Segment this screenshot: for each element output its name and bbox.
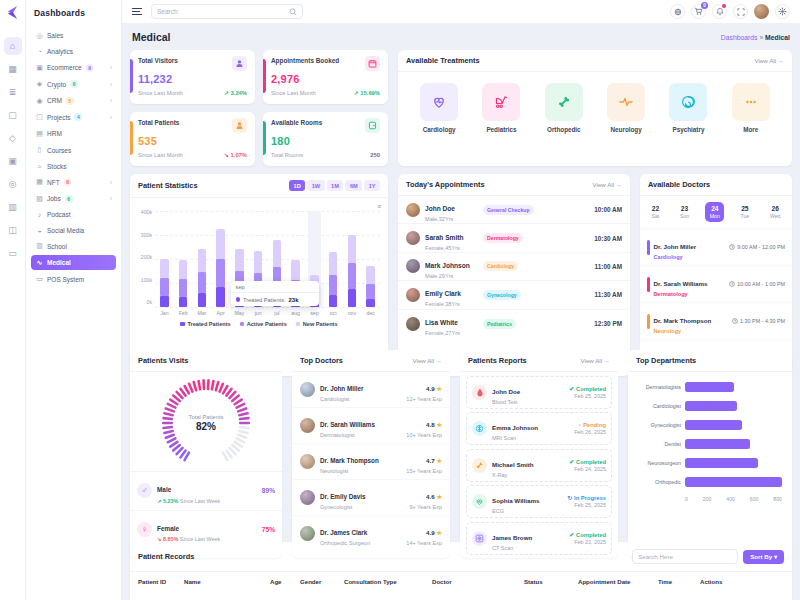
reports-view-all-link[interactable]: View All → [581, 357, 610, 364]
tab-1m[interactable]: 1M [327, 180, 344, 191]
chart-menu-icon[interactable]: ≡ [377, 203, 381, 210]
fullscreen-icon[interactable] [733, 4, 748, 19]
rail-components-icon[interactable]: ◎ [4, 175, 22, 193]
cart-icon[interactable]: 0 [691, 4, 706, 19]
dept-bar-dentist[interactable]: Dentist [638, 439, 782, 449]
col-time[interactable]: Time [658, 578, 700, 585]
sidebar-item-podcast[interactable]: ♪Podcast [31, 208, 116, 222]
rail-home-icon[interactable]: ⌂ [4, 37, 22, 55]
doctor-availability-row[interactable]: Dr. John MillerCardiology 9:00 AM - 12:0… [640, 229, 792, 266]
bar-dec[interactable] [364, 211, 377, 307]
report-item[interactable]: John DoeBlood Test ✔CompletedFeb 25, 202… [466, 376, 612, 409]
treatment-neurology[interactable]: Neurology [607, 83, 645, 133]
rail-charts-icon[interactable]: ◫ [4, 221, 22, 239]
rail-widgets-icon[interactable]: ▣ [4, 152, 22, 170]
top-doctor-row[interactable]: Dr. Emily DavisGynecologist 4.6 ★9+ Year… [292, 480, 450, 516]
appointment-row[interactable]: John DoeMale,32Yrs General Checkup 10:00… [398, 196, 630, 224]
treatments-view-all-link[interactable]: View All → [755, 57, 784, 64]
sidebar-item-crm[interactable]: ◉CRM5› [31, 93, 116, 108]
sidebar-item-courses[interactable]: ▯Courses [31, 143, 116, 158]
day-24-mon[interactable]: 24Mon [705, 202, 724, 222]
bar-oct[interactable] [327, 211, 340, 307]
settings-gear-icon[interactable] [775, 4, 790, 19]
rail-apps-icon[interactable]: ▦ [4, 60, 22, 78]
rail-media-icon[interactable]: ▥ [4, 198, 22, 216]
bar-Feb[interactable] [177, 211, 190, 307]
sidebar-item-projects[interactable]: ▢Projects4› [31, 110, 116, 125]
top-doctor-row[interactable]: Dr. John MillerCardiologist 4.9 ★12+ Yea… [292, 372, 450, 408]
col-actions[interactable]: Actions [700, 578, 784, 585]
dept-bar-neurosurgeon[interactable]: Neurosurgeon [638, 458, 782, 468]
col-doctor[interactable]: Doctor [432, 578, 524, 585]
treatment-more[interactable]: More [732, 83, 770, 133]
notifications-bell-icon[interactable] [712, 4, 727, 19]
bar-Mar[interactable] [195, 211, 208, 307]
tab-1d[interactable]: 1D [289, 180, 305, 191]
day-22-sat[interactable]: 22Sat [647, 202, 664, 222]
appointment-row[interactable]: Emily ClarkFemale,38Yrs Gynecology 11:30… [398, 281, 630, 309]
doctor-availability-row[interactable]: Dr. Mark ThompsonNeurology 1:30 PM - 4:3… [640, 303, 792, 340]
day-25-tue[interactable]: 25Tue [736, 202, 754, 222]
top-doctor-row[interactable]: Dr. Sarah WilliamsDermatologist 4.8 ★10+… [292, 408, 450, 444]
appointment-row[interactable]: Mark JohnsonMale,29Yrs Cardiology 11:00 … [398, 253, 630, 281]
sidebar-item-crypto[interactable]: ◈Crypto6› [31, 77, 116, 92]
rail-utilities-icon[interactable]: ◇ [4, 129, 22, 147]
appointment-row[interactable]: Lisa WhiteFemale,27Yrs Pediatrics 12:30 … [398, 310, 630, 338]
tab-6m[interactable]: 6M [345, 180, 362, 191]
day-26-wed[interactable]: 26Wed [765, 202, 785, 222]
sidebar-item-jobs[interactable]: ▧Jobs6› [31, 191, 116, 206]
report-item[interactable]: Sophia WilliamsECG ↻In ProgressFeb 25, 2… [466, 485, 612, 518]
report-item[interactable]: Michael SmithX-Ray ✔CompletedFeb 24, 202… [466, 449, 612, 482]
top-doctor-row[interactable]: Dr. James ClarkOrthopedic Surgeon 4.9 ★1… [292, 516, 450, 551]
col-patient-id[interactable]: Patient ID [138, 578, 184, 585]
menu-toggle-icon[interactable] [132, 8, 142, 15]
col-status[interactable]: Status [524, 578, 578, 585]
sidebar-item-stocks[interactable]: ≈Stocks [31, 159, 116, 173]
col-age[interactable]: Age [270, 578, 300, 585]
sidebar-item-social-media[interactable]: ◒Social Media [31, 223, 116, 237]
app-logo-icon[interactable] [5, 5, 20, 20]
dept-bar-cardiologist[interactable]: Cardiologist [638, 401, 782, 411]
col-consultation-type[interactable]: Consultation Type [344, 578, 432, 585]
sort-by-button[interactable]: Sort By ▾ [743, 550, 784, 564]
treatment-orthopedic[interactable]: Orthopedic [545, 83, 583, 133]
sidebar-item-analytics[interactable]: ◔Analytics [31, 45, 116, 59]
breadcrumb-dashboards[interactable]: Dashboards [721, 34, 758, 41]
tab-1y[interactable]: 1Y [364, 180, 380, 191]
report-item[interactable]: James BrownCT Scan ✔CompletedFeb 23, 202… [466, 522, 612, 555]
tab-1w[interactable]: 1W [307, 180, 324, 191]
treatment-cardiology[interactable]: Cardiology [420, 83, 458, 133]
records-search-input[interactable] [632, 549, 738, 564]
sidebar-item-ecommerce[interactable]: ▣Ecommerce9› [31, 60, 116, 75]
rail-layers-icon[interactable]: ≣ [4, 83, 22, 101]
appointment-row[interactable]: Sarah SmithFemale,45Yrs Dermatology 10:3… [398, 224, 630, 252]
language-globe-icon[interactable] [670, 4, 685, 19]
top-doctors-view-all-link[interactable]: View All → [413, 357, 442, 364]
appointments-view-all-link[interactable]: View All → [593, 181, 622, 188]
sidebar-item-sales[interactable]: ◎Sales [31, 28, 116, 43]
sidebar-item-pos-system[interactable]: ▭POS System [31, 272, 116, 287]
dept-bar-orthopedic[interactable]: Orthopedic [638, 477, 782, 487]
sidebar-item-school[interactable]: ▥School [31, 239, 116, 254]
col-appointment-date[interactable]: Appointment Date [578, 578, 658, 585]
user-avatar[interactable] [754, 4, 769, 19]
search-input[interactable] [157, 8, 289, 15]
rail-pages-icon[interactable]: ▢ [4, 106, 22, 124]
bar-Apr[interactable] [214, 211, 227, 307]
rail-cards-icon[interactable]: ▭ [4, 244, 22, 262]
col-name[interactable]: Name [184, 578, 270, 585]
day-23-sun[interactable]: 23Sun [675, 202, 693, 222]
sidebar-item-nft[interactable]: ▦NFT6› [31, 175, 116, 190]
dept-bar-gynecologist[interactable]: Gynecologist [638, 420, 782, 430]
doctor-availability-row[interactable]: Dr. Sarah WilliamsDermatology 10:00 AM -… [640, 266, 792, 303]
treatment-psychiatry[interactable]: Psychiatry [669, 83, 707, 133]
top-doctor-row[interactable]: Dr. Mark ThompsonNeurologist 4.7 ★15+ Ye… [292, 444, 450, 480]
bar-nov[interactable] [345, 211, 358, 307]
sidebar-item-medical[interactable]: ∿Medical [31, 255, 116, 270]
col-gender[interactable]: Gender [300, 578, 344, 585]
dept-bar-dermatologists[interactable]: Dermatologists [638, 382, 782, 392]
bar-Jan[interactable] [158, 211, 171, 307]
sidebar-item-hrm[interactable]: ▤HRM [31, 126, 116, 141]
report-item[interactable]: Emma JohnsonMRI Scan ◔PendingFeb 26, 202… [466, 412, 612, 445]
treatment-pediatrics[interactable]: Pediatrics [482, 83, 520, 133]
